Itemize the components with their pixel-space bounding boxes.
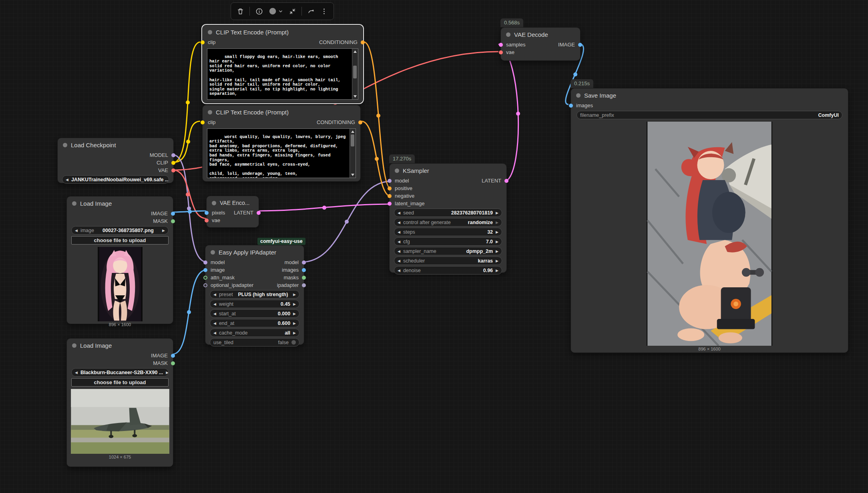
positive-prompt-textarea[interactable]: small floppy dog ears, hair-like ears, s… (207, 48, 358, 100)
increment-arrow[interactable]: ▶ (293, 321, 296, 325)
mask-output-port[interactable] (171, 219, 175, 223)
denoise-widget[interactable]: ◀ denoise 0.96 ▶ (394, 266, 502, 275)
decrement-arrow[interactable]: ◀ (398, 259, 400, 263)
model-input-port[interactable] (388, 179, 392, 183)
vae-input-port[interactable] (205, 218, 209, 222)
model-output-port[interactable] (302, 261, 306, 265)
increment-arrow[interactable]: ▶ (496, 230, 498, 234)
decrement-arrow[interactable]: ◀ (398, 249, 400, 253)
textarea-scrollbar[interactable] (350, 129, 356, 178)
scheduler-combo[interactable]: ◀ scheduler karras ▶ (394, 257, 502, 265)
refresh-button[interactable] (307, 8, 315, 15)
node-collapse-dot[interactable] (211, 250, 215, 255)
clip-output-port[interactable] (171, 161, 175, 165)
end-at-widget[interactable]: ◀ end_at 0.600 ▶ (210, 319, 299, 327)
node-clip-text-encode-negative[interactable]: CLIP Text Encode (Prompt) clip CONDITION… (202, 105, 361, 182)
increment-arrow[interactable]: ▶ (496, 220, 498, 224)
node-collapse-dot[interactable] (72, 201, 76, 206)
image-output-port[interactable] (578, 43, 582, 47)
cfg-widget[interactable]: ◀ cfg 7.0 ▶ (394, 237, 502, 246)
samples-input-port[interactable] (499, 43, 503, 47)
positive-input-port[interactable] (388, 186, 392, 190)
model-output-port[interactable] (171, 153, 175, 157)
decrement-arrow[interactable]: ◀ (398, 211, 400, 215)
decrement-arrow[interactable]: ◀ (75, 371, 78, 375)
image-output-port[interactable] (171, 212, 175, 216)
latent-image-input-port[interactable] (388, 202, 392, 206)
info-button[interactable] (255, 8, 263, 15)
node-collapse-dot[interactable] (506, 32, 510, 37)
clip-input-port[interactable] (201, 120, 205, 124)
increment-arrow[interactable]: ▶ (496, 259, 498, 263)
decrement-arrow[interactable]: ◀ (213, 312, 216, 316)
increment-arrow[interactable]: ▶ (293, 312, 296, 316)
decrement-arrow[interactable]: ◀ (213, 321, 216, 325)
node-vae-encode[interactable]: VAE Enco... pixels LATENT vae (206, 196, 259, 228)
negative-prompt-textarea[interactable]: worst quality, low quality, lowres, blur… (207, 128, 356, 178)
toggle-knob[interactable] (291, 340, 296, 345)
node-save-image[interactable]: Save Image images filename_prefix ComfyU… (571, 88, 848, 353)
node-clip-text-encode-positive[interactable]: CLIP Text Encode (Prompt) clip CONDITION… (202, 25, 363, 103)
color-picker-button[interactable] (268, 7, 283, 16)
node-collapse-dot[interactable] (63, 143, 67, 147)
ckpt-name-combo[interactable]: ◀ JANKUTrainedNoobaiRouwei_v69.safe ... … (62, 175, 169, 184)
decrement-arrow[interactable]: ◀ (398, 220, 400, 224)
delete-button[interactable] (237, 8, 244, 15)
node-collapse-dot[interactable] (576, 93, 581, 98)
node-load-checkpoint[interactable]: Load Checkpoint MODEL CLIP VAE ◀ JANKUTr… (57, 138, 174, 183)
increment-arrow[interactable]: ▶ (293, 302, 296, 306)
decrement-arrow[interactable]: ◀ (398, 269, 400, 273)
clip-input-port[interactable] (201, 40, 205, 44)
vae-input-port[interactable] (499, 50, 503, 54)
preset-combo[interactable]: ◀ preset PLUS (high strength) ▶ (210, 290, 299, 299)
decrement-arrow[interactable]: ◀ (213, 302, 216, 306)
control-after-generate-combo[interactable]: ◀ control after generate randomize ▶ (394, 218, 502, 226)
image-input-port[interactable] (203, 268, 207, 272)
decrement-arrow[interactable]: ◀ (398, 240, 400, 244)
model-input-port[interactable] (203, 261, 207, 265)
latent-output-port[interactable] (257, 211, 261, 215)
node-load-image-aircraft[interactable]: Load Image IMAGE MASK ◀ Blackburn-Buccan… (66, 338, 173, 467)
pixels-input-port[interactable] (205, 211, 209, 215)
increment-arrow[interactable]: ▶ (496, 269, 498, 273)
filename-prefix-widget[interactable]: filename_prefix ComfyUI (577, 111, 842, 119)
choose-file-button[interactable]: choose file to upload (71, 236, 169, 244)
node-load-image-girl[interactable]: Load Image IMAGE MASK ◀ image 00027-3687… (66, 196, 173, 324)
image-file-combo[interactable]: ◀ Blackburn-Buccaneer-S2B-XX90 ... ▶ (71, 368, 169, 377)
node-collapse-dot[interactable] (212, 201, 216, 205)
node-easy-apply-ipadapter[interactable]: Easy Apply IPAdapter model model image i… (205, 245, 304, 345)
vae-output-port[interactable] (171, 168, 175, 172)
seed-widget[interactable]: ◀ seed 282376280701819 ▶ (394, 208, 502, 217)
decrement-arrow[interactable]: ◀ (213, 293, 216, 297)
ipadapter-output-port[interactable] (302, 283, 306, 287)
node-collapse-dot[interactable] (208, 30, 212, 34)
attn-mask-input-port[interactable] (203, 276, 207, 280)
node-collapse-dot[interactable] (72, 343, 76, 348)
node-vae-decode[interactable]: VAE Decode samples IMAGE vae (500, 27, 581, 61)
decrement-arrow[interactable]: ◀ (66, 178, 68, 182)
textarea-scrollbar[interactable] (352, 49, 358, 99)
node-ksampler[interactable]: KSampler model LATENT positive negative … (389, 163, 507, 273)
sampler-name-combo[interactable]: ◀ sampler_name dpmpp_2m ▶ (394, 247, 502, 255)
increment-arrow[interactable]: ▶ (496, 211, 498, 215)
node-collapse-dot[interactable] (208, 110, 212, 114)
increment-arrow[interactable]: ▶ (166, 371, 169, 375)
decrement-arrow[interactable]: ◀ (75, 228, 78, 232)
use-tiled-toggle[interactable]: use_tiled false (210, 338, 299, 347)
optional-ipadapter-input-port[interactable] (203, 283, 207, 287)
latent-output-port[interactable] (504, 179, 508, 183)
image-output-port[interactable] (171, 354, 175, 358)
collapse-button[interactable] (289, 8, 296, 15)
decrement-arrow[interactable]: ◀ (213, 331, 216, 335)
masks-output-port[interactable] (302, 276, 306, 280)
increment-arrow[interactable]: ▶ (293, 293, 296, 297)
steps-widget[interactable]: ◀ steps 32 ▶ (394, 228, 502, 236)
increment-arrow[interactable]: ▶ (293, 331, 296, 335)
images-input-port[interactable] (569, 104, 573, 108)
increment-arrow[interactable]: ▶ (496, 249, 498, 253)
mask-output-port[interactable] (171, 361, 175, 365)
decrement-arrow[interactable]: ◀ (398, 230, 400, 234)
increment-arrow[interactable]: ▶ (162, 228, 165, 232)
images-output-port[interactable] (302, 268, 306, 272)
image-file-combo[interactable]: ◀ image 00027-368735807.png ▶ (71, 226, 169, 234)
